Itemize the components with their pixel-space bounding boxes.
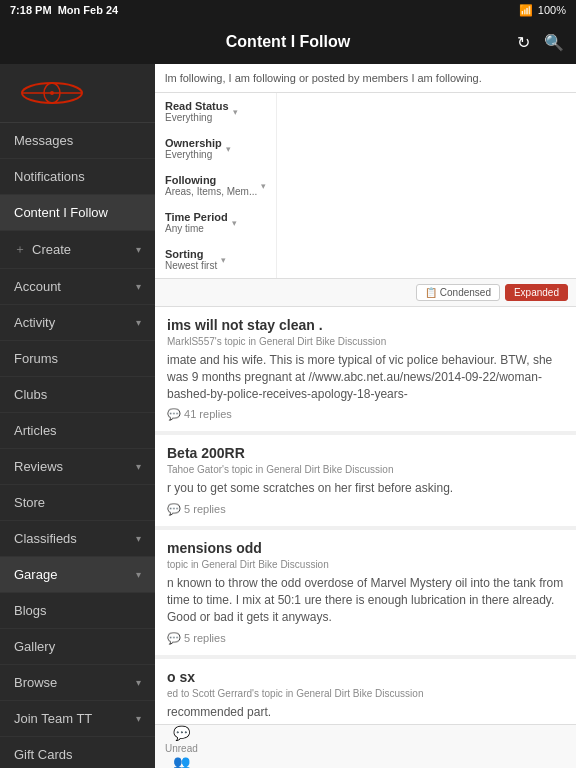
- status-time: 7:18 PM Mon Feb 24: [10, 4, 118, 16]
- view-toggle: 📋 Condensed Expanded: [155, 279, 576, 307]
- bottom-tab-participated[interactable]: 👥Participated: [155, 754, 208, 768]
- sidebar-item-label-forums: Forums: [14, 351, 58, 366]
- filter-chevron-icon: ▾: [233, 107, 238, 117]
- sidebar-item-left-content-follow: Content I Follow: [14, 205, 108, 220]
- sidebar-item-forums[interactable]: Forums: [0, 341, 155, 377]
- sidebar-item-label-browse: Browse: [14, 675, 57, 690]
- svg-point-3: [50, 91, 54, 95]
- sidebar-item-gift-cards[interactable]: Gift Cards: [0, 737, 155, 768]
- sidebar-item-content-follow[interactable]: Content I Follow: [0, 195, 155, 231]
- filter-item-following[interactable]: FollowingAreas, Items, Mem...▾: [155, 167, 277, 204]
- filter-chevron-icon: ▾: [221, 255, 226, 265]
- header-title: Content I Follow: [226, 33, 350, 51]
- post-meta-post3: topic in General Dirt Bike Discussion: [167, 559, 564, 570]
- bottom-tab-bar: 💬Unread👥Participated✓Followed: [155, 724, 576, 768]
- sidebar-item-label-account: Account: [14, 279, 61, 294]
- sidebar-item-left-classifieds: Classifieds: [14, 531, 77, 546]
- chevron-icon: ▾: [136, 533, 141, 544]
- sidebar-item-label-join-team-tt: Join Team TT: [14, 711, 92, 726]
- post-item-post2[interactable]: Beta 200RRTahoe Gator's topic in General…: [155, 435, 576, 526]
- search-icon[interactable]: 🔍: [544, 33, 564, 52]
- sidebar-item-reviews[interactable]: Reviews▾: [0, 449, 155, 485]
- post-footer-post1: 💬 41 replies: [167, 408, 564, 421]
- wifi-icon: 📶: [519, 4, 533, 17]
- post-meta-post1: MarklS557's topic in General Dirt Bike D…: [167, 336, 564, 347]
- plus-icon: ＋: [14, 241, 26, 258]
- sidebar-item-label-store: Store: [14, 495, 45, 510]
- sidebar-item-label-gift-cards: Gift Cards: [14, 747, 73, 762]
- filter-item-time-period[interactable]: Time PeriodAny time▾: [155, 204, 277, 241]
- post-excerpt-post2: r you to get some scratches on her first…: [167, 480, 564, 497]
- sidebar-item-join-team-tt[interactable]: Join Team TT▾: [0, 701, 155, 737]
- bottom-tab-label-unread: Unread: [165, 743, 198, 754]
- filter-labels-read-status: Read StatusEverything: [165, 100, 229, 123]
- sidebar-items-container: MessagesNotificationsContent I Follow＋Cr…: [0, 123, 155, 768]
- sidebar-item-store[interactable]: Store: [0, 485, 155, 521]
- chevron-icon: ▾: [136, 317, 141, 328]
- sidebar-item-garage[interactable]: Garage▾: [0, 557, 155, 593]
- sidebar-item-gallery[interactable]: Gallery: [0, 629, 155, 665]
- chevron-icon: ▾: [136, 281, 141, 292]
- sidebar-item-browse[interactable]: Browse▾: [0, 665, 155, 701]
- post-item-post4[interactable]: o sxed to Scott Gerrard's topic in Gener…: [155, 659, 576, 724]
- filter-title-ownership: Ownership: [165, 137, 222, 149]
- filter-title-following: Following: [165, 174, 257, 186]
- filter-value-sorting: Newest first: [165, 260, 217, 271]
- sidebar-item-label-activity: Activity: [14, 315, 55, 330]
- sidebar-item-left-account: Account: [14, 279, 61, 294]
- sidebar-item-notifications[interactable]: Notifications: [0, 159, 155, 195]
- sidebar-item-classifieds[interactable]: Classifieds▾: [0, 521, 155, 557]
- condensed-toggle[interactable]: 📋 Condensed: [416, 284, 500, 301]
- sidebar-item-left-garage: Garage: [14, 567, 57, 582]
- sidebar-item-left-forums: Forums: [14, 351, 58, 366]
- expanded-toggle[interactable]: Expanded: [505, 284, 568, 301]
- filter-title-read-status: Read Status: [165, 100, 229, 112]
- sidebar-item-left-notifications: Notifications: [14, 169, 85, 184]
- filter-value-following: Areas, Items, Mem...: [165, 186, 257, 197]
- bottom-tab-unread[interactable]: 💬Unread: [155, 725, 208, 754]
- status-bar: 7:18 PM Mon Feb 24 📶 100%: [0, 0, 576, 20]
- filter-value-time-period: Any time: [165, 223, 228, 234]
- posts-container: ims will not stay clean .MarklS557's top…: [155, 307, 576, 724]
- chevron-icon: ▾: [136, 677, 141, 688]
- filter-value-ownership: Everything: [165, 149, 222, 160]
- post-item-post3[interactable]: mensions oddtopic in General Dirt Bike D…: [155, 530, 576, 654]
- reply-count-post2: 💬 5 replies: [167, 503, 226, 516]
- post-excerpt-post3: n known to throw the odd overdose of Mar…: [167, 575, 564, 625]
- filter-items-container: Read StatusEverything▾OwnershipEverythin…: [155, 93, 277, 278]
- post-excerpt-post4: recommended part.: [167, 704, 564, 721]
- sidebar-item-left-join-team-tt: Join Team TT: [14, 711, 92, 726]
- refresh-icon[interactable]: ↻: [517, 33, 530, 52]
- status-indicators: 📶 100%: [519, 4, 566, 17]
- sidebar-logo: [0, 64, 155, 123]
- app-header: Content I Follow ↻ 🔍: [0, 20, 576, 64]
- filter-title-sorting: Sorting: [165, 248, 217, 260]
- post-title-post2: Beta 200RR: [167, 445, 564, 461]
- chevron-icon: ▾: [136, 461, 141, 472]
- bottom-tab-icon-participated: 👥: [173, 754, 190, 768]
- post-footer-post3: 💬 5 replies: [167, 632, 564, 645]
- sidebar-item-left-reviews: Reviews: [14, 459, 63, 474]
- filter-labels-following: FollowingAreas, Items, Mem...: [165, 174, 257, 197]
- content-area: lm following, I am following or posted b…: [155, 64, 576, 768]
- content-header-bar: lm following, I am following or posted b…: [155, 64, 576, 93]
- filter-item-ownership[interactable]: OwnershipEverything▾: [155, 130, 277, 167]
- filter-item-sorting[interactable]: SortingNewest first▾: [155, 241, 277, 278]
- filter-chevron-icon: ▾: [226, 144, 231, 154]
- filter-item-read-status[interactable]: Read StatusEverything▾: [155, 93, 277, 130]
- battery-indicator: 100%: [538, 4, 566, 16]
- bottom-tabs-container: 💬Unread👥Participated✓Followed: [155, 725, 208, 768]
- sidebar-item-account[interactable]: Account▾: [0, 269, 155, 305]
- sidebar-item-blogs[interactable]: Blogs: [0, 593, 155, 629]
- filter-chevron-icon: ▾: [261, 181, 266, 191]
- post-item-post1[interactable]: ims will not stay clean .MarklS557's top…: [155, 307, 576, 431]
- sidebar-item-articles[interactable]: Articles: [0, 413, 155, 449]
- sidebar-item-label-garage: Garage: [14, 567, 57, 582]
- sidebar-item-clubs[interactable]: Clubs: [0, 377, 155, 413]
- sidebar-item-messages[interactable]: Messages: [0, 123, 155, 159]
- main-layout: MessagesNotificationsContent I Follow＋Cr…: [0, 64, 576, 768]
- sidebar-item-create[interactable]: ＋Create▾: [0, 231, 155, 269]
- sidebar-item-left-messages: Messages: [14, 133, 73, 148]
- sidebar-item-activity[interactable]: Activity▾: [0, 305, 155, 341]
- sidebar-item-left-gallery: Gallery: [14, 639, 55, 654]
